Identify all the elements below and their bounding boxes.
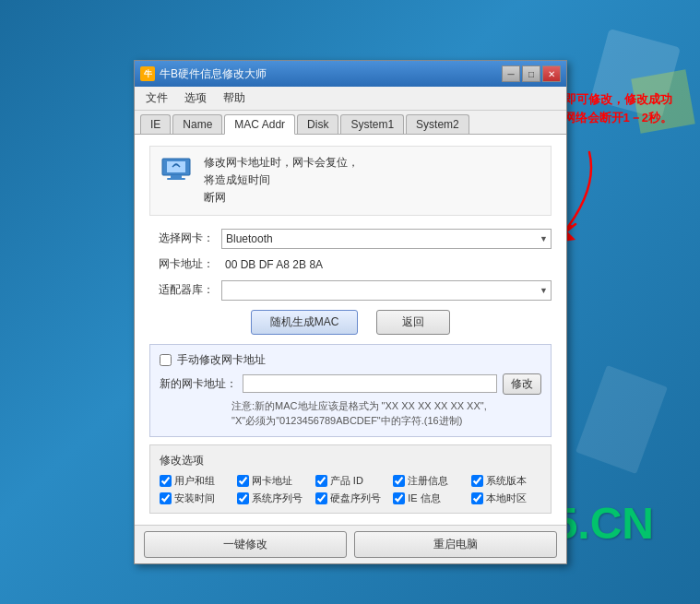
- mac-value: 00 DB DF A8 2B 8A: [221, 256, 326, 273]
- nic-select[interactable]: Bluetooth: [221, 229, 552, 249]
- option-nic-addr-label: 网卡地址: [252, 474, 292, 488]
- new-mac-label: 新的网卡地址：: [160, 376, 237, 392]
- adapter-select[interactable]: [221, 280, 552, 301]
- tab-disk[interactable]: Disk: [297, 114, 338, 134]
- options-section: 修改选项 用户和组 网卡地址 产品 ID: [149, 444, 552, 514]
- option-sys-ver-label: 系统版本: [486, 474, 527, 488]
- minimize-button[interactable]: ─: [502, 65, 520, 82]
- manual-section: 手动修改网卡地址 新的网卡地址： 修改 注意:新的MAC地址应该是格式为 "XX…: [149, 344, 552, 437]
- adapter-label: 适配器库：: [149, 282, 214, 298]
- option-sys-serial: 系统序列号: [237, 491, 307, 505]
- option-hdd-serial-label: 硬盘序列号: [330, 491, 381, 505]
- option-ie-info-label: IE 信息: [408, 491, 440, 505]
- svg-rect-4: [167, 178, 185, 180]
- option-timezone-check[interactable]: [471, 492, 483, 504]
- mac-label: 网卡地址：: [149, 256, 214, 272]
- action-buttons: 随机生成MAC 返回: [149, 310, 552, 335]
- tabs-bar: IE Name MAC Addr Disk System1 System2: [135, 111, 566, 135]
- option-user-group-label: 用户和组: [174, 474, 215, 488]
- window-controls: ─ □ ✕: [502, 65, 561, 82]
- mac-row: 网卡地址： 00 DB DF A8 2B 8A: [149, 256, 552, 273]
- menu-file[interactable]: 文件: [138, 89, 175, 108]
- option-timezone-label: 本地时区: [486, 491, 527, 505]
- option-product-id: 产品 ID: [315, 474, 386, 488]
- option-user-group: 用户和组: [160, 474, 230, 488]
- window-title: 牛B硬件信息修改大师: [160, 66, 502, 82]
- option-sys-ver: 系统版本: [471, 474, 541, 488]
- app-icon: 牛: [140, 66, 155, 81]
- network-icon: [158, 154, 195, 191]
- restart-button[interactable]: 重启电脑: [354, 531, 557, 558]
- option-product-id-check[interactable]: [315, 475, 327, 487]
- tab-system2[interactable]: System2: [406, 114, 469, 134]
- nic-label: 选择网卡：: [149, 231, 214, 246]
- modify-button[interactable]: 修改: [503, 373, 541, 395]
- option-user-group-check[interactable]: [160, 475, 172, 487]
- option-product-id-label: 产品 ID: [330, 474, 363, 488]
- option-ie-info-check[interactable]: [393, 492, 405, 504]
- one-click-button[interactable]: 一键修改: [144, 531, 347, 558]
- content-area: 修改网卡地址时，网卡会复位， 将造成短时间 断网 选择网卡： Bluetooth…: [135, 135, 566, 525]
- option-reg-info-label: 注册信息: [408, 474, 448, 488]
- manual-checkbox-row: 手动修改网卡地址: [160, 352, 541, 368]
- title-bar[interactable]: 牛 牛B硬件信息修改大师 ─ □ ✕: [135, 61, 566, 87]
- menu-bar: 文件 选项 帮助: [135, 87, 566, 111]
- option-reg-info-check[interactable]: [393, 475, 405, 487]
- close-button[interactable]: ✕: [542, 65, 561, 82]
- option-hdd-serial: 硬盘序列号: [315, 491, 386, 505]
- random-mac-button[interactable]: 随机生成MAC: [251, 310, 359, 335]
- menu-options[interactable]: 选项: [177, 89, 214, 108]
- tab-name[interactable]: Name: [172, 114, 222, 134]
- option-nic-addr-check[interactable]: [237, 475, 249, 487]
- option-sys-serial-check[interactable]: [237, 492, 249, 504]
- option-install-time-label: 安装时间: [174, 491, 215, 505]
- main-window: 牛 牛B硬件信息修改大师 ─ □ ✕ 文件 选项 帮助 IE Name MAC …: [134, 60, 567, 564]
- maximize-button[interactable]: □: [522, 65, 540, 82]
- options-title: 修改选项: [160, 453, 541, 468]
- tab-ie[interactable]: IE: [140, 114, 171, 134]
- new-mac-row: 新的网卡地址： 修改: [160, 373, 541, 395]
- back-button[interactable]: 返回: [376, 310, 450, 335]
- new-mac-input[interactable]: [243, 374, 497, 393]
- tab-mac-addr[interactable]: MAC Addr: [224, 114, 295, 135]
- mac-note: 注意:新的MAC地址应该是格式为 "XX XX XX XX XX XX", "X…: [160, 398, 541, 429]
- option-reg-info: 注册信息: [393, 474, 463, 488]
- option-install-time: 安装时间: [160, 491, 230, 505]
- adapter-row: 适配器库：: [149, 280, 552, 301]
- svg-rect-3: [171, 175, 182, 178]
- option-hdd-serial-check[interactable]: [315, 492, 327, 504]
- desktop: OJ45.CN 点击这里即可修改，修改成功 后网络会断开1－2秒。 牛 牛B硬件…: [0, 0, 700, 604]
- info-box: 修改网卡地址时，网卡会复位， 将造成短时间 断网: [149, 146, 552, 216]
- svg-rect-2: [167, 161, 185, 172]
- manual-checkbox[interactable]: [160, 354, 172, 366]
- menu-help[interactable]: 帮助: [216, 89, 253, 108]
- option-ie-info: IE 信息: [393, 491, 463, 505]
- bottom-bar: 一键修改 重启电脑: [135, 525, 566, 563]
- info-text: 修改网卡地址时，网卡会复位， 将造成短时间 断网: [204, 154, 359, 207]
- nic-select-wrapper[interactable]: Bluetooth: [221, 229, 552, 249]
- deco3: [575, 365, 668, 474]
- tab-system1[interactable]: System1: [340, 114, 404, 134]
- option-nic-addr: 网卡地址: [237, 474, 307, 488]
- adapter-select-wrapper[interactable]: [221, 280, 552, 301]
- option-install-time-check[interactable]: [160, 492, 172, 504]
- options-grid: 用户和组 网卡地址 产品 ID 注册信息: [160, 474, 541, 505]
- option-sys-ver-check[interactable]: [471, 475, 483, 487]
- option-sys-serial-label: 系统序列号: [252, 491, 303, 505]
- manual-checkbox-label: 手动修改网卡地址: [177, 352, 266, 368]
- option-timezone: 本地时区: [471, 491, 541, 505]
- nic-row: 选择网卡： Bluetooth: [149, 229, 552, 249]
